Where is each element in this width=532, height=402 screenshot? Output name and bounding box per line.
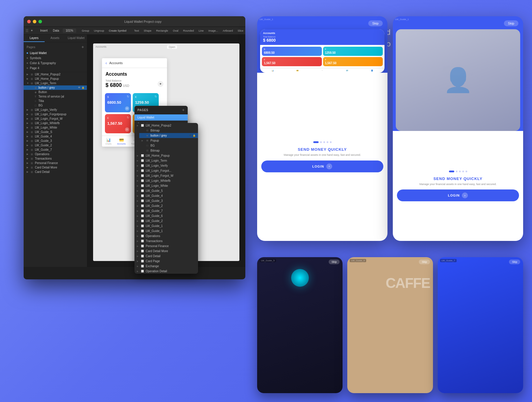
fullscreen-button[interactable] (38, 20, 42, 23)
page-liquid-wallet[interactable]: Liquid Wallet (24, 51, 87, 56)
layer-terms[interactable]: T Terms of service (al (24, 94, 87, 99)
inner-nav-card[interactable]: 🪪 (335, 69, 360, 72)
ld-personal-finance[interactable]: ▶ ⬜ Personal Finance (134, 244, 198, 249)
menu-data[interactable]: Data (51, 28, 61, 33)
layer-lw-guide-s[interactable]: ▶ ⊞ LW_Guide_S (24, 130, 87, 134)
page-symbols[interactable]: Symbols (24, 56, 87, 61)
tool-slice[interactable]: Slice (236, 28, 245, 33)
ld-guide-2[interactable]: ▶ ⬜ LW_Guide_2 (134, 203, 198, 208)
tool-rounded[interactable]: Rounded (181, 28, 196, 33)
add-page-icon[interactable]: + (82, 45, 84, 49)
inner-nav-accounts[interactable]: 💳 (285, 69, 310, 72)
layer-personal-finance[interactable]: ▶ ⊞ Personal Finance (24, 161, 87, 165)
ld-button-grey[interactable]: ◈ button / grey 👁 🔒 (139, 133, 198, 138)
card-add-icon-gbp[interactable]: + (125, 127, 129, 132)
tab-assets[interactable]: Assets (45, 35, 66, 42)
layer-card-detail-more[interactable]: ▶ ⊞ Card Detail More (24, 165, 87, 170)
tool-create-symbol[interactable]: Create Symbol (107, 28, 129, 33)
login-button-1[interactable]: LOGIN › (261, 161, 383, 172)
add-page-btn[interactable]: + (182, 108, 185, 112)
tool-ungroup[interactable]: Ungroup (92, 28, 106, 33)
layer-titia[interactable]: ○ Titia (24, 99, 87, 103)
layer-lw-login-term[interactable]: ▼ ⊞ LW_Login_Term (24, 81, 87, 85)
inner-nav-transactions[interactable]: ↔ (310, 69, 335, 72)
ld-home-popup[interactable]: ▶ ⬜ LW_Home_Popup (134, 153, 198, 158)
menu-insert[interactable]: Insert (38, 28, 50, 33)
ld-login-white[interactable]: ▶ ⬜ LW_Login_White (134, 183, 198, 188)
ld-bitmap[interactable]: ⊡ Bitmap (139, 128, 198, 133)
layer-lw-guide-3[interactable]: ▶ ⊞ LW_Guide_3 (24, 139, 87, 143)
add-account-button[interactable]: + (158, 81, 163, 87)
layer-lw-login-whitefb[interactable]: ▶ ⊞ LW_Login_Whitefb (24, 121, 87, 125)
pd-item-liquid-wallet[interactable]: Liquid Wallet (134, 114, 188, 121)
skip-button-3[interactable]: Skip (329, 260, 340, 264)
tool-text[interactable]: Text (132, 28, 141, 33)
nav-accounts[interactable]: 💳 Accounts (115, 138, 128, 145)
card-add-icon[interactable]: + (125, 106, 129, 111)
ld-login-verify[interactable]: ▶ ⬜ LW_Login_Verify (134, 163, 198, 168)
tool-line[interactable]: Line (197, 28, 206, 33)
ld-exchange[interactable]: ▶ ⬜ Exchange (134, 264, 198, 269)
ld-guide-7[interactable]: ▶ ⬜ LW_Guide_7 (134, 208, 198, 213)
layer-lw-login-forgot-w[interactable]: ▶ ⊞ LW_Login_Forgot_W (24, 116, 87, 121)
ld-login-forgot-w[interactable]: ▶ ⬜ LW_Login_Forgot_W (134, 173, 198, 178)
layer-lw-guide-4[interactable]: ▶ ⊞ LW_Guide_4 (24, 134, 87, 139)
inner-nav-profile[interactable]: 👤 (360, 69, 385, 72)
eye-icon[interactable]: 👁 (189, 134, 192, 137)
ld-login-term[interactable]: ▶ ⬜ LW_Login_Term (134, 158, 198, 163)
skip-button-4[interactable]: Skip (419, 260, 430, 264)
layer-lw-home-popup2[interactable]: ▶ ⊞ LW_Home_Popup2 (24, 72, 87, 77)
layer-card-detail[interactable]: ▶ ⊞ Card Detail (24, 170, 87, 174)
ld-login-forgot[interactable]: ▶ ⬜ LW_Login_Forgot... (134, 168, 198, 173)
ld-guide-5[interactable]: ▶ ⬜ LW_Guide_5 (134, 188, 198, 193)
layer-transactions[interactable]: ▶ ⊞ Transactions (24, 156, 87, 161)
ld-operations[interactable]: ▶ ⬜ Operations (134, 234, 198, 239)
ld-popup[interactable]: ▶ ⊞ Popup (139, 138, 198, 143)
ld-guide-4[interactable]: ▶ ⬜ LW_Guide_4 (134, 193, 198, 198)
ld-card-detail[interactable]: ▶ ⬜ Card Detail (134, 254, 198, 259)
layer-lw-guide-2[interactable]: ▶ ⊞ LW_Guide_2 (24, 143, 87, 147)
layer-lw-login-forgotpopup[interactable]: ▶ ⊞ LW_Login_Forgotpopup (24, 112, 87, 116)
layer-button-grey[interactable]: ◈ button / grey 👁 🔒 (24, 85, 87, 90)
tool-rectangle[interactable]: Rectangle (154, 28, 170, 33)
canvas-open-button[interactable]: Open (167, 45, 177, 49)
ld-guide-3[interactable]: ▶ ⬜ LW_Guide_3 (134, 198, 198, 203)
layer-lw-login-verify[interactable]: ▶ ⊞ LW_Login_Verify (24, 108, 87, 112)
eye-icon[interactable]: 👁 (78, 86, 80, 89)
layer-lw-home-popup[interactable]: ▶ ⊞ LW_Home_Popup (24, 77, 87, 81)
tool-group[interactable]: Group (80, 28, 91, 33)
ld-login-whitefb[interactable]: ▶ ⬜ LW_Login_Whitefb (134, 178, 198, 183)
ld-card-page[interactable]: ▶ ⬜ Card Page (134, 259, 198, 264)
nav-charts[interactable]: 📊 Charts (102, 138, 115, 145)
tool-artboard[interactable]: Artboard (220, 28, 235, 33)
layer-operations[interactable]: ▶ ⊞ Operations (24, 152, 87, 156)
inner-nav-charts[interactable]: 📊 (260, 69, 285, 72)
layer-bg[interactable]: □ BG (24, 103, 87, 108)
ld-bg[interactable]: □ BG (139, 143, 198, 148)
ld-guide-2b[interactable]: ▶ ⬜ LW_Guide_2 (134, 218, 198, 223)
ld-home-popup2[interactable]: ▶ ⬜ LW_Home_Popup2 (134, 123, 198, 128)
ld-transactions[interactable]: ▶ ⬜ Transactions (134, 239, 198, 244)
ld-operation-detail[interactable]: ▶ ⬜ Operation Detail (134, 269, 198, 274)
ld-bitmap2[interactable]: ⊡ Bitmap (139, 148, 198, 153)
close-button[interactable] (27, 20, 31, 23)
tab-layers[interactable]: Layers (24, 35, 45, 42)
ld-card-detail-more[interactable]: ▶ ⬜ Card Detail More (134, 249, 198, 254)
login-button-2[interactable]: LOGIN › (397, 189, 519, 201)
tool-shape[interactable]: Shape (142, 28, 153, 33)
tool-oval[interactable]: Oval (171, 28, 181, 33)
layer-lw-guide-7[interactable]: ▶ ⊞ LW_Guide_7 (24, 147, 87, 152)
ld-guide-1b[interactable]: ▶ ⬜ LW_Guide_1 (134, 228, 198, 234)
page-4[interactable]: Page 4 (24, 66, 87, 71)
tool-image[interactable]: Image... (206, 28, 220, 33)
page-color-typography[interactable]: Color & Typography (24, 61, 87, 66)
lock-icon[interactable]: 🔒 (82, 86, 85, 89)
layer-button[interactable]: ◈ Button (24, 90, 87, 94)
skip-button-5[interactable]: Skip (509, 260, 520, 264)
lock-icon[interactable]: 🔒 (193, 134, 196, 137)
skip-button-2[interactable]: Skip (504, 20, 518, 26)
layer-lw-login-white[interactable]: ▶ ⊞ LW_Login_White (24, 125, 87, 130)
skip-button-1[interactable]: Skip (368, 20, 383, 26)
zoom-level[interactable]: 101% (63, 28, 76, 33)
ld-guide-1[interactable]: ▶ ⬜ LW_Guide_1 (134, 223, 198, 228)
